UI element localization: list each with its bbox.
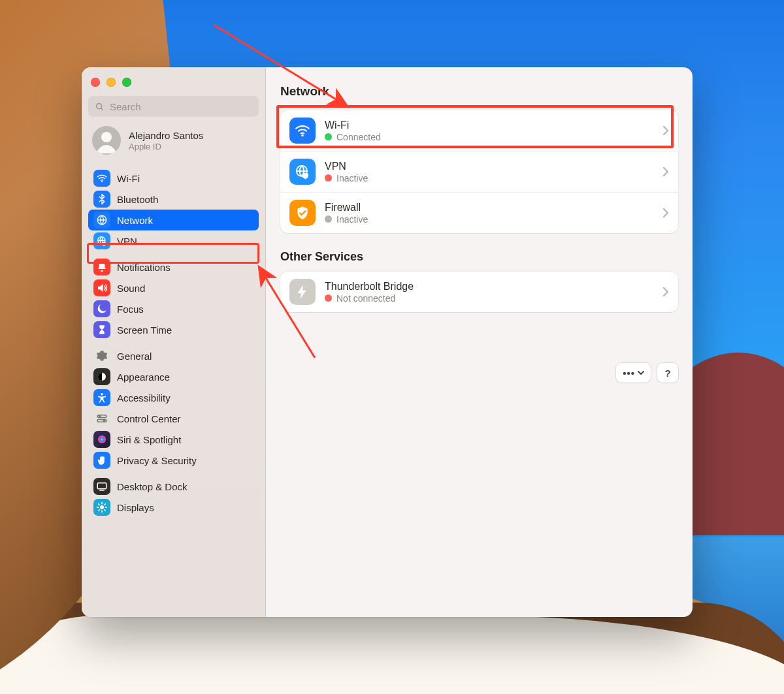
svg-point-0 bbox=[97, 103, 102, 108]
chevron-down-icon bbox=[638, 370, 644, 375]
sidebar-item-siri[interactable]: Siri & Spotlight bbox=[88, 429, 259, 450]
service-row-wifi[interactable]: Wi-Fi Connected bbox=[280, 110, 678, 151]
svg-rect-14 bbox=[97, 483, 106, 489]
globe-icon bbox=[93, 212, 110, 229]
sidebar-item-label: Sound bbox=[117, 283, 145, 294]
account-name: Alejandro Santos bbox=[129, 130, 203, 141]
svg-point-16 bbox=[100, 505, 104, 509]
avatar bbox=[92, 126, 121, 155]
sidebar-item-label: Privacy & Security bbox=[117, 455, 197, 466]
brightness-icon bbox=[93, 499, 110, 516]
sidebar-item-label: Focus bbox=[117, 304, 144, 315]
svg-point-4 bbox=[101, 181, 103, 182]
gear-icon bbox=[93, 347, 110, 364]
moon-icon bbox=[93, 300, 110, 317]
appearance-icon bbox=[93, 368, 110, 385]
system-settings-window: Alejandro Santos Apple ID Wi-Fi Bluetoot… bbox=[82, 67, 693, 617]
help-button[interactable]: ? bbox=[657, 363, 678, 383]
status-dot bbox=[325, 174, 332, 181]
sidebar-item-wifi[interactable]: Wi-Fi bbox=[88, 168, 259, 189]
wifi-icon bbox=[93, 170, 110, 187]
svg-line-1 bbox=[101, 108, 103, 110]
siri-icon bbox=[93, 431, 110, 448]
chevron-right-icon bbox=[662, 208, 669, 218]
sidebar-item-label: Desktop & Dock bbox=[117, 481, 188, 492]
help-icon: ? bbox=[664, 368, 670, 379]
page-title: Network bbox=[280, 83, 678, 110]
svg-point-8 bbox=[101, 393, 103, 395]
speaker-icon bbox=[93, 279, 110, 296]
sidebar-item-label: Siri & Spotlight bbox=[117, 434, 181, 445]
service-row-thunderbolt[interactable]: Thunderbolt Bridge Not connected bbox=[280, 272, 678, 312]
other-services-card: Thunderbolt Bridge Not connected bbox=[280, 272, 678, 312]
service-row-firewall[interactable]: Firewall Inactive bbox=[280, 192, 678, 233]
sidebar-item-label: VPN bbox=[117, 236, 137, 247]
wifi-icon bbox=[289, 118, 316, 144]
account-header[interactable]: Alejandro Santos Apple ID bbox=[88, 117, 259, 163]
sidebar-item-label: Control Center bbox=[117, 413, 181, 424]
svg-point-12 bbox=[103, 420, 105, 421]
sidebar-item-label: General bbox=[117, 351, 152, 362]
network-services-card: Wi-Fi Connected VPN Inactive bbox=[280, 110, 678, 233]
bluetooth-icon bbox=[93, 191, 110, 208]
bell-icon bbox=[93, 259, 110, 276]
window-minimize-button[interactable] bbox=[106, 78, 116, 87]
content-pane: Network Wi-Fi Connected bbox=[266, 67, 693, 617]
service-name: Wi-Fi bbox=[325, 119, 653, 131]
service-status: Inactive bbox=[336, 214, 368, 225]
window-traffic-lights bbox=[88, 75, 259, 96]
ellipsis-icon: ••• bbox=[623, 368, 635, 379]
svg-line-24 bbox=[105, 504, 106, 505]
globe-shield-icon bbox=[289, 159, 316, 185]
svg-line-22 bbox=[105, 510, 106, 511]
sidebar-item-label: Wi-Fi bbox=[117, 173, 140, 184]
sidebar-item-sound[interactable]: Sound bbox=[88, 277, 259, 298]
status-dot bbox=[325, 215, 332, 223]
sidebar-item-label: Network bbox=[117, 215, 153, 226]
window-maximize-button[interactable] bbox=[122, 78, 131, 87]
sidebar-item-screentime[interactable]: Screen Time bbox=[88, 319, 259, 340]
sidebar-item-appearance[interactable]: Appearance bbox=[88, 366, 259, 387]
svg-point-3 bbox=[101, 132, 112, 142]
sidebar-item-bluetooth[interactable]: Bluetooth bbox=[88, 189, 259, 210]
chevron-right-icon bbox=[662, 125, 669, 136]
status-dot bbox=[325, 133, 332, 140]
sidebar-item-label: Bluetooth bbox=[117, 194, 158, 205]
search-field[interactable] bbox=[88, 96, 259, 117]
section-other-services: Other Services bbox=[280, 250, 678, 264]
service-name: Thunderbolt Bridge bbox=[325, 281, 653, 292]
sidebar-item-label: Appearance bbox=[117, 371, 170, 383]
sidebar-item-accessibility[interactable]: Accessibility bbox=[88, 387, 259, 408]
hourglass-icon bbox=[93, 321, 110, 338]
service-row-vpn[interactable]: VPN Inactive bbox=[280, 151, 678, 192]
chevron-right-icon bbox=[662, 287, 669, 297]
sidebar-item-network[interactable]: Network bbox=[88, 210, 259, 230]
sidebar-item-focus[interactable]: Focus bbox=[88, 298, 259, 319]
service-status: Inactive bbox=[336, 173, 368, 183]
sidebar-item-desktop-dock[interactable]: Desktop & Dock bbox=[88, 476, 259, 497]
status-dot bbox=[325, 294, 332, 302]
dock-icon bbox=[93, 478, 110, 495]
svg-line-21 bbox=[99, 504, 100, 505]
sidebar-item-controlcenter[interactable]: Control Center bbox=[88, 408, 259, 429]
svg-line-23 bbox=[99, 510, 100, 511]
switches-icon bbox=[93, 410, 110, 427]
sidebar-item-vpn[interactable]: VPN bbox=[88, 230, 259, 251]
firewall-icon bbox=[289, 200, 316, 226]
service-name: Firewall bbox=[325, 202, 653, 213]
search-input[interactable] bbox=[110, 101, 252, 112]
accessibility-icon bbox=[93, 389, 110, 406]
search-icon bbox=[95, 102, 105, 112]
sidebar-item-label: Accessibility bbox=[117, 392, 171, 403]
sidebar-item-privacy[interactable]: Privacy & Security bbox=[88, 450, 259, 471]
sidebar-item-notifications[interactable]: Notifications bbox=[88, 257, 259, 277]
sidebar: Alejandro Santos Apple ID Wi-Fi Bluetoot… bbox=[82, 67, 266, 617]
svg-point-25 bbox=[301, 134, 303, 136]
sidebar-item-displays[interactable]: Displays bbox=[88, 497, 259, 518]
sidebar-item-general[interactable]: General bbox=[88, 345, 259, 366]
svg-point-10 bbox=[99, 415, 100, 417]
window-close-button[interactable] bbox=[91, 78, 100, 87]
more-actions-button[interactable]: ••• bbox=[616, 363, 651, 383]
chevron-right-icon bbox=[662, 166, 669, 177]
sidebar-item-label: Displays bbox=[117, 502, 154, 513]
